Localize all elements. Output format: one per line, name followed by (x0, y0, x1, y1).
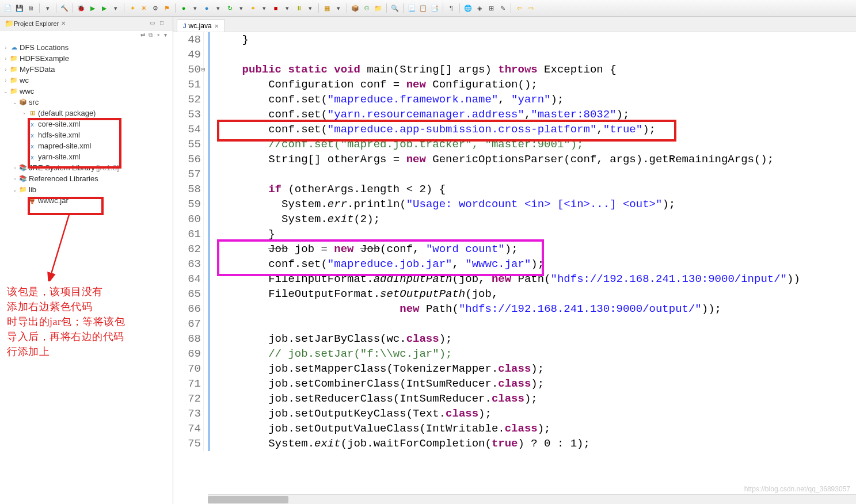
highlight-box-line54 (217, 120, 676, 142)
debug-icon[interactable]: 🐞 (77, 3, 86, 13)
project-explorer-panel: 📁 Project Explorer ✕ ▭ □ ⇄ ⧉ ⚬ ▾ ›☁DFS L… (0, 17, 173, 504)
folder-icon[interactable]: 📁 (374, 3, 383, 13)
gear-icon[interactable]: ⚙ (151, 3, 160, 13)
annotation-text: 该包是，该项目没有 添加右边紫色代码 时导出的jar包；等将该包 导入后，再将右… (7, 284, 125, 359)
code-area[interactable]: 48 49 50 51 52 53 54 55 56 57 58 59 60 6… (173, 32, 856, 504)
tree-node[interactable]: ›📚Referenced Libraries (0, 173, 173, 184)
pause-icon[interactable]: ⏸ (294, 3, 303, 13)
highlight-box-xml (28, 118, 121, 169)
dropdown-icon[interactable]: ▾ (334, 3, 343, 13)
new-icon[interactable]: 📄 (3, 3, 13, 13)
dropdown-icon[interactable]: ▾ (191, 3, 200, 13)
main-toolbar: 📄 💾 🗎 ▾ 🔨 🐞 ▶ ▶ ▾ ✦ ☀ ⚙ ⚑ ● ▾ ● ▾ ↻ ▾ ✦ … (0, 0, 856, 17)
change-bar (208, 32, 210, 451)
watermark: https://blog.csdn.net/qq_36893057 (744, 485, 850, 493)
doc-icon[interactable]: 📃 (407, 3, 416, 13)
close-icon[interactable]: ✕ (214, 23, 219, 29)
link-icon[interactable]: ⧉ (149, 32, 153, 39)
dropdown-icon[interactable]: ▾ (214, 3, 223, 13)
tree-node[interactable]: ›📁wc (0, 75, 173, 86)
grid-icon[interactable]: ▦ (322, 3, 332, 13)
tree-node[interactable]: ⌄📦src (0, 97, 173, 108)
play-green-icon[interactable]: ● (179, 3, 188, 13)
doc3-icon[interactable]: 📑 (430, 3, 439, 13)
tree-node[interactable]: ›📁MyFSData (0, 64, 173, 75)
star2-icon[interactable]: ✦ (248, 3, 257, 13)
globe-icon[interactable]: 🌐 (463, 3, 473, 13)
fwd-icon[interactable]: ⇨ (526, 3, 535, 13)
project-tree: ›☁DFS Locations ›📁HDFSExample ›📁MyFSData… (0, 40, 173, 504)
collapse-icon[interactable]: ⇄ (140, 32, 145, 39)
focus-icon[interactable]: ⚬ (156, 32, 161, 39)
star-icon[interactable]: ✦ (128, 3, 137, 13)
play-blue-icon[interactable]: ● (202, 3, 211, 13)
tree-node[interactable]: ›📁HDFSExample (0, 53, 173, 64)
refresh-icon[interactable]: ↻ (225, 3, 234, 13)
horizontal-scrollbar[interactable] (208, 494, 856, 504)
back-icon[interactable]: ⇦ (515, 3, 524, 13)
menu-icon[interactable]: ▾ (164, 32, 167, 39)
tree-node[interactable]: ⌄📁wwc (0, 86, 173, 97)
tree-node[interactable]: ›⊞(default package) (0, 108, 173, 119)
flag-icon[interactable]: ⚑ (162, 3, 172, 13)
svg-line-0 (51, 215, 69, 276)
maximize-icon[interactable]: □ (160, 20, 168, 28)
dropdown-icon[interactable]: ▾ (237, 3, 246, 13)
explorer-icon: 📁 (5, 19, 14, 28)
close-icon[interactable]: ✕ (61, 20, 66, 26)
tab-label: wc.java (189, 22, 212, 30)
tree-node[interactable]: ⌄📁lib (0, 184, 173, 195)
arrow-icon (40, 212, 86, 281)
run-icon[interactable]: ▶ (88, 3, 97, 13)
save-all-icon[interactable]: 🗎 (26, 3, 36, 13)
scrollbar-thumb[interactable] (208, 496, 288, 503)
search-icon[interactable]: 🔍 (390, 3, 400, 13)
hammer-icon[interactable]: 🔨 (60, 3, 69, 13)
run-ext-icon[interactable]: ▶ (100, 3, 109, 13)
sun-icon[interactable]: ☀ (139, 3, 149, 13)
folding-gutter[interactable]: ⊟ (199, 32, 208, 406)
editor-tab[interactable]: J wc.java ✕ (177, 20, 225, 32)
dropdown-icon[interactable]: ▾ (260, 3, 269, 13)
highlight-box-magenta (217, 239, 544, 276)
ant-icon[interactable]: ◈ (475, 3, 484, 13)
edit-icon[interactable]: ✎ (498, 3, 507, 13)
run-config-icon[interactable]: ▾ (111, 3, 120, 13)
minimize-icon[interactable]: ▭ (150, 20, 158, 28)
java-icon: J (183, 23, 187, 29)
new-class-icon[interactable]: © (362, 3, 371, 13)
align-icon[interactable]: ⊞ (486, 3, 496, 13)
doc2-icon[interactable]: 📋 (419, 3, 428, 13)
dropdown-icon[interactable]: ▾ (283, 3, 292, 13)
editor-panel: J wc.java ✕ 48 49 50 51 52 53 54 55 56 5… (173, 17, 856, 504)
para-icon[interactable]: ¶ (447, 3, 456, 13)
dropdown-icon[interactable]: ▾ (306, 3, 315, 13)
stop-icon[interactable]: ■ (271, 3, 280, 13)
save-icon[interactable]: 💾 (15, 3, 24, 13)
new-pkg-icon[interactable]: 📦 (351, 3, 360, 13)
tree-node[interactable]: ›☁DFS Locations (0, 42, 173, 53)
explorer-title: Project Explorer (14, 20, 59, 27)
menu-icon[interactable]: ▾ (43, 3, 52, 13)
